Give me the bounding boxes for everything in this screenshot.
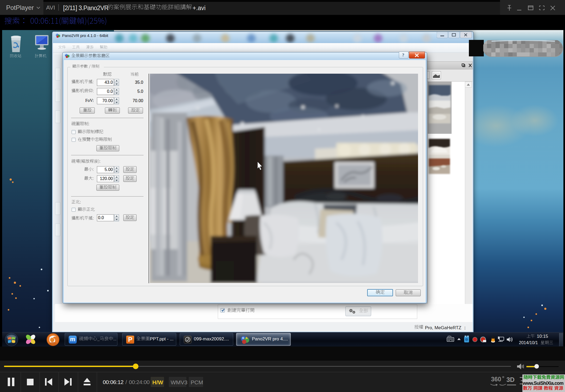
svg-text:3D: 3D bbox=[506, 376, 515, 383]
svg-text:360: 360 bbox=[491, 376, 501, 383]
